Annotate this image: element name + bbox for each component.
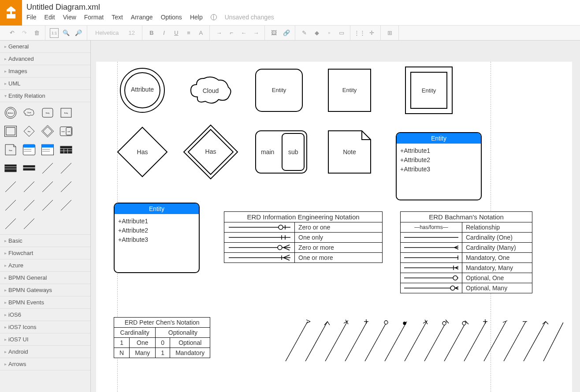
palette-line-11[interactable] bbox=[3, 216, 19, 232]
shape-entity-table-1[interactable]: Entity +Attribute1 +Attribute2 +Attribut… bbox=[396, 132, 482, 200]
zoom-actual-icon[interactable]: 1:1 bbox=[50, 28, 59, 38]
language-icon[interactable] bbox=[211, 14, 217, 20]
bold-icon[interactable]: B bbox=[147, 28, 156, 38]
palette-entity-table2[interactable] bbox=[40, 142, 56, 158]
shadow-icon[interactable]: ▫ bbox=[324, 28, 334, 38]
palette-entity-table1[interactable] bbox=[21, 142, 37, 158]
sidebar-images[interactable]: ▸Images bbox=[0, 65, 90, 78]
menu-arrange[interactable]: Arrange bbox=[131, 14, 153, 21]
connection-icon[interactable]: → bbox=[214, 28, 224, 38]
redo-icon[interactable]: ↷ bbox=[19, 28, 29, 38]
shape-entity-rect[interactable]: Entity bbox=[327, 68, 372, 114]
palette-line-3[interactable] bbox=[3, 179, 19, 195]
palette-dark-table2[interactable] bbox=[3, 160, 19, 176]
palette-has[interactable]: Has bbox=[21, 123, 37, 139]
font-family[interactable]: Helvetica bbox=[92, 30, 122, 36]
undo-icon[interactable]: ↶ bbox=[7, 28, 17, 38]
menu-view[interactable]: View bbox=[63, 14, 76, 21]
palette-line-7[interactable] bbox=[3, 197, 19, 213]
shape-entity-frame[interactable]: Entity bbox=[405, 66, 453, 116]
connector-lines-group[interactable] bbox=[281, 317, 563, 371]
sidebar-arrows[interactable]: ▸Arrows bbox=[0, 358, 90, 370]
document-title[interactable]: Untitled Diagram.xml bbox=[26, 3, 576, 12]
gradient-icon[interactable]: ▭ bbox=[337, 28, 346, 38]
palette-cloud[interactable]: Cloud bbox=[21, 105, 37, 121]
underline-icon[interactable]: U bbox=[171, 28, 181, 38]
svg-line-113 bbox=[504, 322, 526, 361]
image-icon[interactable]: 🖼 bbox=[269, 28, 279, 38]
align-icon[interactable]: ≡ bbox=[184, 28, 193, 38]
palette-line-8[interactable] bbox=[21, 197, 37, 213]
menu-format[interactable]: Format bbox=[84, 14, 104, 21]
palette-line-1[interactable] bbox=[40, 160, 56, 176]
shape-entity-rounded[interactable]: Entity bbox=[255, 68, 303, 114]
font-color-icon[interactable]: A bbox=[196, 28, 206, 38]
palette-entity-rounded[interactable]: Entity bbox=[40, 105, 56, 121]
menu-options[interactable]: Options bbox=[161, 14, 182, 21]
shape-note[interactable]: Note bbox=[327, 130, 372, 174]
sidebar-general[interactable]: ▸General bbox=[0, 41, 90, 53]
palette-line-5[interactable] bbox=[40, 179, 56, 195]
outline-icon[interactable]: ⊞ bbox=[385, 28, 395, 38]
menu-edit[interactable]: Edit bbox=[45, 14, 55, 21]
link-icon[interactable]: 🔗 bbox=[282, 28, 291, 38]
shape-ie-notation[interactable]: ERD Information Engineering Notation Zer… bbox=[224, 211, 383, 263]
sidebar-bpmn-events[interactable]: ▸BPMN Events bbox=[0, 296, 90, 309]
shape-has-double[interactable]: Has bbox=[182, 123, 239, 182]
shape-main-sub[interactable]: main sub bbox=[255, 130, 308, 175]
sidebar-ios7-icons[interactable]: ▸iOS7 Icons bbox=[0, 321, 90, 333]
shape-chen-notation[interactable]: ERD Peter Chen's Notation CardinalityOpt… bbox=[114, 317, 210, 358]
shape-bachman-notation[interactable]: ERD Bachman's Notation —has/forms—Relati… bbox=[400, 211, 532, 293]
sidebar-ios6[interactable]: ▸iOS6 bbox=[0, 309, 90, 321]
font-size[interactable]: 12 bbox=[125, 30, 138, 36]
sidebar-bpmn-gateways[interactable]: ▸BPMN Gateways bbox=[0, 284, 90, 296]
palette-dark-table[interactable] bbox=[58, 142, 74, 158]
fill-color-icon[interactable]: ◆ bbox=[312, 28, 322, 38]
sidebar-basic[interactable]: ▸Basic bbox=[0, 235, 90, 247]
canvas-wrap[interactable]: Attribute Cloud Entity Entity Entity bbox=[91, 41, 580, 392]
palette-line-2[interactable] bbox=[58, 160, 74, 176]
palette-line-4[interactable] bbox=[21, 179, 37, 195]
palette-line-12[interactable] bbox=[21, 216, 37, 232]
palette-has-double[interactable] bbox=[40, 123, 56, 139]
palette-attribute[interactable]: Attribute bbox=[3, 105, 19, 121]
guides-icon[interactable]: ✛ bbox=[367, 28, 377, 38]
palette-line-9[interactable] bbox=[40, 197, 56, 213]
palette-line-6[interactable] bbox=[58, 179, 74, 195]
line-color-icon[interactable]: ✎ bbox=[300, 28, 309, 38]
svg-line-115 bbox=[524, 322, 546, 361]
delete-icon[interactable]: 🗑 bbox=[32, 28, 41, 38]
shape-entity-table-2[interactable]: Entity +Attribute1 +Attribute2 +Attribut… bbox=[114, 203, 200, 273]
sidebar-ios7-ui[interactable]: ▸iOS7 UI bbox=[0, 333, 90, 346]
palette-dark-rows[interactable] bbox=[21, 160, 37, 176]
palette-line-10[interactable] bbox=[58, 197, 74, 213]
sidebar-flowchart[interactable]: ▸Flowchart bbox=[0, 247, 90, 259]
sidebar-advanced[interactable]: ▸Advanced bbox=[0, 53, 90, 65]
sidebar-android[interactable]: ▸Android bbox=[0, 346, 90, 358]
app-logo[interactable] bbox=[0, 0, 22, 26]
svg-rect-24 bbox=[60, 146, 72, 154]
shape-cloud[interactable]: Cloud bbox=[184, 70, 237, 111]
svg-point-82 bbox=[450, 286, 455, 290]
menu-help[interactable]: Help bbox=[190, 14, 203, 21]
palette-entity-frame[interactable] bbox=[3, 123, 19, 139]
italic-icon[interactable]: I bbox=[159, 28, 169, 38]
sidebar-entity-relation[interactable]: ▾Entity Relation bbox=[0, 90, 90, 102]
canvas[interactable]: Attribute Cloud Entity Entity Entity bbox=[96, 62, 572, 392]
menu-text[interactable]: Text bbox=[112, 14, 123, 21]
palette-main-sub[interactable]: mainsub bbox=[58, 123, 74, 139]
line-end-icon[interactable]: → bbox=[251, 28, 261, 38]
sidebar-azure[interactable]: ▸Azure bbox=[0, 259, 90, 272]
zoom-out-icon[interactable]: 🔎 bbox=[74, 28, 83, 38]
waypoint-icon[interactable]: ⌐ bbox=[227, 28, 236, 38]
sidebar-uml[interactable]: ▸UML bbox=[0, 78, 90, 90]
line-start-icon[interactable]: ← bbox=[239, 28, 249, 38]
grid-icon[interactable]: ⋮⋮ bbox=[355, 28, 364, 38]
shape-attribute[interactable]: Attribute bbox=[118, 66, 167, 116]
zoom-in-icon[interactable]: 🔍 bbox=[61, 28, 71, 38]
palette-entity-rect[interactable]: Entity bbox=[58, 105, 74, 121]
shape-has[interactable]: Has bbox=[116, 126, 169, 180]
palette-note[interactable]: Note bbox=[3, 142, 19, 158]
menu-file[interactable]: File bbox=[26, 14, 37, 21]
sidebar-bpmn-general[interactable]: ▸BPMN General bbox=[0, 272, 90, 284]
